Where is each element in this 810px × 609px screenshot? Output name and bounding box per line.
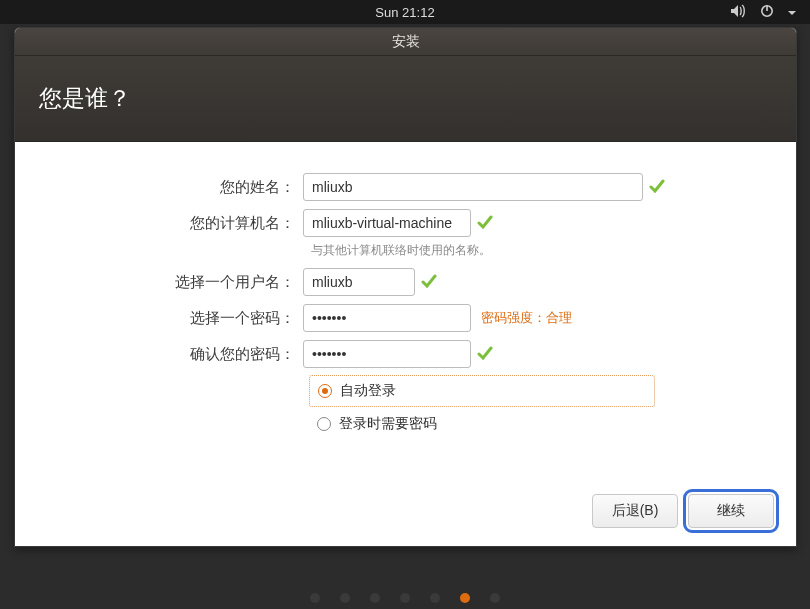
page-title: 您是谁？ <box>39 83 131 114</box>
window-title: 安装 <box>392 33 420 51</box>
radio-icon <box>318 384 332 398</box>
check-icon <box>649 179 665 195</box>
radio-icon <box>317 417 331 431</box>
check-icon <box>421 274 437 290</box>
login-option-group: 自动登录 登录时需要密码 <box>309 375 762 439</box>
button-bar: 后退(B) 继续 <box>592 494 774 528</box>
hostname-label: 您的计算机名： <box>49 214 303 233</box>
window-titlebar: 安装 <box>15 28 796 56</box>
check-icon <box>477 215 493 231</box>
radio-require-password-label: 登录时需要密码 <box>339 415 437 433</box>
progress-dot <box>460 593 470 603</box>
form-area: 您的姓名： 您的计算机名： 与其他计算机联络时使用的名称。 <box>15 142 796 546</box>
indicator-area <box>730 4 796 21</box>
password-input[interactable] <box>303 304 471 332</box>
progress-dot <box>490 593 500 603</box>
username-input[interactable] <box>303 268 415 296</box>
continue-button[interactable]: 继续 <box>688 494 774 528</box>
progress-dot <box>400 593 410 603</box>
progress-dots <box>310 593 500 603</box>
row-hostname: 您的计算机名： <box>49 208 762 238</box>
row-password: 选择一个密码： 密码强度：合理 <box>49 303 762 333</box>
name-input[interactable] <box>303 173 643 201</box>
password-strength-label: 密码强度：合理 <box>481 309 572 327</box>
dropdown-caret-icon[interactable] <box>788 5 796 20</box>
hostname-input[interactable] <box>303 209 471 237</box>
progress-dot <box>430 593 440 603</box>
password-label: 选择一个密码： <box>49 309 303 328</box>
hostname-hint: 与其他计算机联络时使用的名称。 <box>311 242 762 259</box>
row-confirm: 确认您的密码： <box>49 339 762 369</box>
radio-require-password[interactable]: 登录时需要密码 <box>309 409 762 439</box>
confirm-label: 确认您的密码： <box>49 345 303 364</box>
installer-window: 安装 您是谁？ 您的姓名： 您的计算机名： <box>14 27 797 547</box>
radio-auto-login-label: 自动登录 <box>340 382 396 400</box>
row-username: 选择一个用户名： <box>49 267 762 297</box>
volume-icon[interactable] <box>730 4 746 21</box>
svg-rect-1 <box>766 5 768 11</box>
confirm-input[interactable] <box>303 340 471 368</box>
progress-dot <box>370 593 380 603</box>
progress-dot <box>340 593 350 603</box>
back-button[interactable]: 后退(B) <box>592 494 678 528</box>
top-bar: Sun 21:12 <box>0 0 810 24</box>
check-icon <box>477 346 493 362</box>
power-icon[interactable] <box>760 4 774 21</box>
page-header: 您是谁？ <box>15 56 796 142</box>
row-name: 您的姓名： <box>49 172 762 202</box>
clock-label: Sun 21:12 <box>375 5 434 20</box>
radio-auto-login[interactable]: 自动登录 <box>309 375 655 407</box>
username-label: 选择一个用户名： <box>49 273 303 292</box>
progress-dot <box>310 593 320 603</box>
desktop: Sun 21:12 安装 您是谁？ 您的姓名： <box>0 0 810 609</box>
name-label: 您的姓名： <box>49 178 303 197</box>
